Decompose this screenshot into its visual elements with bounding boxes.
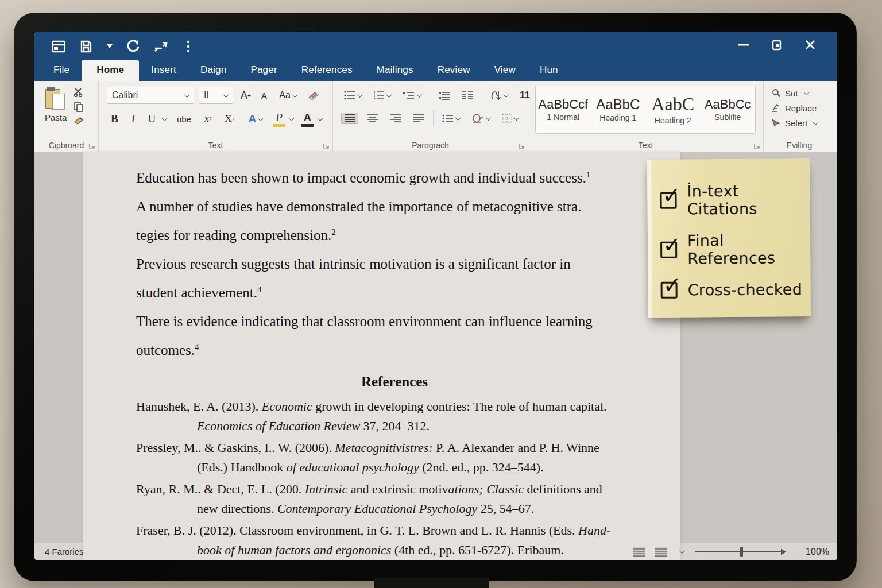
strikethrough-button[interactable]: übe [174, 113, 194, 125]
tab-hun[interactable]: Hun [528, 60, 570, 81]
app-menu-icon[interactable] [51, 38, 67, 55]
change-case-button[interactable]: Aa [276, 89, 300, 102]
font-size-select[interactable]: II [199, 87, 233, 104]
paste-button[interactable]: Pasta [45, 87, 67, 122]
references-heading[interactable]: References [136, 370, 653, 393]
save-dropdown-icon[interactable] [106, 38, 114, 55]
font-name-select[interactable]: Calibri [107, 87, 194, 104]
editing-group-label: Evilling [764, 141, 835, 150]
shading-button[interactable] [469, 113, 493, 125]
multilevel-list-button[interactable] [400, 90, 424, 101]
chevron-down-icon [223, 92, 229, 98]
align-center-button[interactable] [364, 113, 381, 124]
style-name: Heading 2 [655, 116, 691, 125]
doc-paragraph[interactable]: There is evidence indicating that classr… [136, 307, 653, 365]
reference-entry[interactable]: Pressley, M.. & Gaskins, I.. W. (2006). … [136, 438, 653, 477]
font-color-button[interactable]: A [301, 111, 314, 127]
touch-mode-icon[interactable] [153, 38, 169, 55]
styles-dialog-launcher[interactable] [754, 143, 760, 149]
highlight-button[interactable]: P [273, 111, 285, 127]
print-layout-view-icon[interactable] [633, 547, 645, 557]
styles-group: AaBbCcf1 NormalAaBbCHeading 1AabCHeading… [528, 81, 764, 152]
font-color-dropdown-icon[interactable] [317, 115, 323, 121]
style-preview: AaBbC [596, 97, 640, 112]
tab-home[interactable]: Home [82, 60, 139, 81]
quick-access-toolbar [51, 37, 196, 56]
underline-dropdown-icon[interactable] [162, 115, 168, 121]
photo-wall-background: FileHomeInsertDaignPagerReferencesMailin… [0, 0, 882, 588]
checklist-item-label: Cross-checked [688, 280, 803, 299]
subscript-button[interactable]: x2 [202, 112, 215, 126]
doc-paragraph[interactable]: Education has been shown to impact econo… [136, 164, 653, 192]
style-card-heading-2[interactable]: AabCHeading 2 [645, 86, 701, 133]
checklist-item: ✓Final References [660, 231, 804, 268]
bold-button[interactable]: B [108, 111, 121, 126]
font-group: Calibri II A+ A- Aa B I [99, 81, 333, 152]
checklist-item: ✓Cross-checked [661, 280, 805, 299]
web-layout-view-icon[interactable] [655, 547, 667, 557]
justify-button[interactable] [410, 113, 427, 124]
document-page[interactable]: Education has been shown to impact econo… [83, 152, 680, 560]
save-icon[interactable] [78, 38, 94, 55]
paragraph-dialog-launcher[interactable] [519, 143, 525, 149]
align-left-button[interactable] [341, 113, 358, 124]
style-card-1-normal[interactable]: AaBbCcf1 Normal [536, 86, 591, 133]
tab-daign[interactable]: Daign [188, 60, 238, 81]
style-name: 1 Normal [547, 113, 579, 122]
tab-view[interactable]: View [482, 60, 528, 81]
styles-group-label: Text [528, 141, 763, 150]
clipboard-dialog-launcher[interactable] [89, 143, 95, 149]
reference-entry[interactable]: Ryan, R. M.. & Dect, E. L. (200. Intrins… [136, 479, 653, 519]
more-options-icon[interactable] [180, 38, 196, 55]
style-card-heading-1[interactable]: AaBbCHeading 1 [591, 86, 646, 133]
zoom-slider[interactable] [694, 546, 796, 558]
borders-button[interactable] [499, 113, 521, 125]
style-card-sublifie[interactable]: AaBbCcSublifie [701, 86, 756, 133]
tab-pager[interactable]: Pager [238, 60, 289, 81]
select-button[interactable]: Selert [764, 115, 835, 130]
reference-entry[interactable]: Hanushek, E. A. (2013). Economic growth … [136, 397, 653, 436]
word-count-status[interactable]: 4 Farories [45, 547, 84, 556]
paragraph-group: 11 [333, 81, 528, 152]
format-painter-icon[interactable] [74, 117, 84, 125]
grow-font-button[interactable]: A+ [238, 88, 254, 103]
italic-button[interactable]: I [129, 111, 138, 126]
style-preview: AabC [651, 94, 694, 114]
font-dialog-launcher[interactable] [323, 143, 330, 149]
clear-formatting-icon[interactable] [304, 90, 323, 101]
zoom-dropdown-icon[interactable] [679, 548, 685, 554]
style-preview: AaBbCcf [538, 98, 588, 111]
cut-icon[interactable] [74, 88, 84, 97]
align-right-button[interactable] [387, 113, 404, 124]
numbering-button[interactable] [370, 90, 394, 101]
increase-indent-button[interactable] [459, 90, 476, 101]
doc-paragraph[interactable]: A number of studies have demonstraled th… [136, 192, 653, 250]
close-button[interactable] [800, 36, 820, 53]
tab-review[interactable]: Review [425, 60, 482, 81]
sticky-note: ✓İn-text Citations✓Final References✓Cros… [647, 158, 811, 318]
find-button[interactable]: Sut [764, 86, 835, 100]
minimize-button[interactable] [734, 36, 753, 53]
replace-button[interactable]: Replace [764, 100, 835, 115]
underline-button[interactable]: U [145, 112, 158, 126]
tab-mailings[interactable]: Mailings [365, 60, 425, 81]
highlight-dropdown-icon[interactable] [288, 115, 294, 121]
doc-paragraph[interactable]: Previous research suggests that intrinsi… [136, 250, 653, 307]
tab-references[interactable]: References [289, 60, 365, 81]
restore-button[interactable] [767, 36, 787, 53]
copy-icon[interactable] [74, 102, 84, 112]
zoom-level-label[interactable]: 100% [806, 547, 829, 557]
shrink-font-button[interactable]: A- [258, 90, 272, 102]
line-spacing-button[interactable] [439, 113, 463, 124]
decrease-indent-button[interactable] [436, 90, 453, 101]
checklist-item-label: İn-text Citations [687, 181, 804, 218]
title-bar: FileHomeInsertDaignPagerReferencesMailin… [34, 32, 837, 81]
sort-button[interactable] [488, 89, 511, 102]
bullets-button[interactable] [341, 90, 365, 101]
undo-icon[interactable] [125, 38, 141, 55]
tab-file[interactable]: File [41, 60, 82, 81]
tab-insert[interactable]: Insert [139, 60, 188, 81]
paste-icon [45, 87, 66, 111]
superscript-button[interactable]: X+ [222, 112, 238, 126]
text-effects-button[interactable]: A [246, 111, 266, 126]
